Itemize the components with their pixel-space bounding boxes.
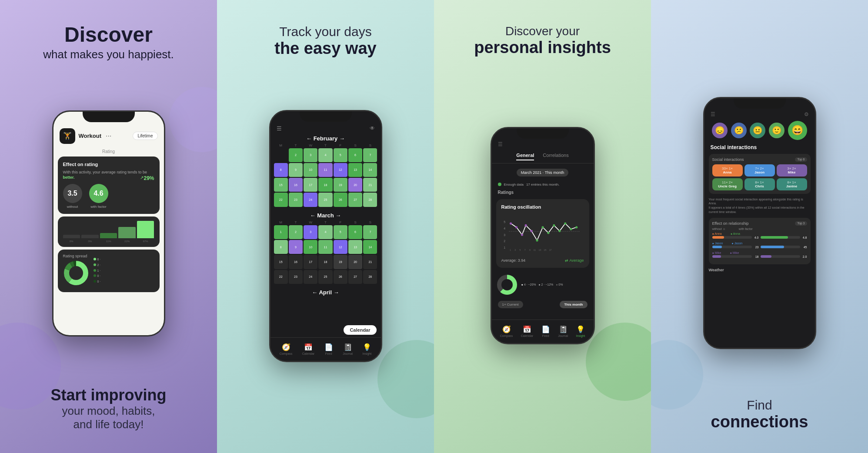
phone-3-back-screen: ☰ General Correlations March 2021 · This… [492, 128, 594, 343]
tab-insight[interactable]: 💡 Insight [363, 343, 372, 355]
panel-1-bottom-p1: your mood, habits, [50, 404, 166, 418]
tab-feed[interactable]: 📄 Feed [324, 343, 333, 355]
emoji-row: 😞 😕 😐 🙂 😄 [704, 118, 815, 143]
svg-text:1: 1 [510, 249, 511, 251]
oscillation-title: Rating oscillation [501, 204, 584, 210]
svg-point-23 [570, 228, 572, 230]
svg-text:5: 5 [504, 220, 505, 223]
cal-march-title: ← March → [270, 211, 381, 220]
emoji-sad[interactable]: 😞 [712, 123, 728, 138]
svg-point-18 [541, 226, 544, 228]
tab-3-feed[interactable]: 📄 Feed [541, 325, 550, 337]
svg-text:3: 3 [514, 249, 516, 251]
tab-3-journal[interactable]: 📓 Journal [558, 325, 568, 337]
tab-3-compass[interactable]: 🧭 Compass [500, 325, 513, 337]
cal-icons: ☰ [277, 125, 282, 132]
avg-btn[interactable]: ⇄ Average [565, 258, 584, 263]
svg-point-14 [521, 233, 523, 236]
stat-without-label: without [63, 205, 82, 209]
bar-label-1: 0% [63, 240, 80, 243]
this-month-chip[interactable]: This month [560, 301, 587, 308]
svg-text:1: 1 [504, 246, 505, 249]
stat-without: 3.5 without [63, 184, 82, 209]
phone-4-notch [734, 98, 786, 109]
journal-icon: 📓 [344, 343, 352, 351]
phone-notch [83, 112, 135, 122]
panel-3-headline: personal insights [474, 38, 611, 57]
ratings-section-title: Ratings [492, 188, 594, 197]
mike-bars: 18 2.0 [712, 255, 807, 258]
tab-general[interactable]: General [516, 153, 534, 160]
emoji-meh[interactable]: 😕 [731, 123, 747, 138]
compass-icon-3: 🧭 [502, 325, 511, 333]
tab-correlations[interactable]: Correlations [543, 153, 568, 160]
bars [63, 221, 154, 238]
svg-text:7: 7 [524, 249, 525, 251]
panel-calendar: Track your days the easy way ☰ 👁 ← Febru… [217, 0, 434, 453]
phone-2-notch [300, 111, 352, 122]
bar-label-3: 11% [100, 240, 117, 243]
dots-menu[interactable]: ··· [106, 132, 111, 140]
svg-point-15 [524, 224, 527, 226]
social-card: Social interactions Top 6 33× 1× Anna 7×… [709, 154, 811, 194]
cal-eye-icon: 👁 [370, 125, 375, 131]
tab-compass-label: Compass [280, 352, 293, 355]
donut-section: Rating spread 6 · 2 · 1 · [58, 250, 160, 292]
panel-2-line1: Track your days [274, 24, 376, 39]
date-chip: March 2021 · This month [517, 169, 568, 177]
rel-anna: ● Anna ● Anna 4.0 4.8 [712, 232, 807, 239]
insights-tabs: General Correlations [492, 150, 594, 163]
svg-point-17 [536, 239, 538, 241]
workout-title: Workout [79, 133, 101, 139]
panel-1-bottom-headline: Start improving [50, 386, 166, 404]
svg-text:17: 17 [549, 249, 551, 251]
tab-compass[interactable]: 🧭 Compass [280, 343, 293, 355]
data-label: Enough data [504, 183, 524, 187]
bar-2 [81, 235, 99, 238]
svg-point-21 [558, 230, 561, 232]
rel-headers: without ☺ with factor [712, 227, 807, 230]
feed-icon-3: 📄 [541, 325, 550, 333]
svg-point-19 [547, 232, 549, 234]
relationship-section: Effect on relationship Top 3 without ☺ w… [709, 218, 811, 264]
tab-3-insight[interactable]: 💡 Insight [576, 325, 585, 337]
calendar-icon-3: 📅 [523, 325, 531, 333]
tab-journal-label: Journal [343, 352, 353, 355]
tab-3-calendar[interactable]: 📅 Calendar [521, 325, 533, 337]
svg-point-24 [575, 226, 578, 228]
phone-2: ☰ 👁 ← February → M T W T F S S [269, 110, 382, 362]
tab-calendar[interactable]: 📅 Calendar [302, 343, 314, 355]
effect-better: better. [63, 175, 75, 180]
stat-with-num: 4.6 [89, 184, 108, 203]
person-uncle-greg: 11× 2× Uncle Greg [712, 178, 743, 190]
oscillation-chart: 5 4 3 2 1 [501, 213, 584, 256]
emoji-very-happy[interactable]: 😄 [788, 121, 807, 140]
effect-card: Effect on rating With this activity, you… [58, 157, 160, 214]
svg-text:11: 11 [533, 249, 536, 251]
tab-insight-label: Insight [363, 352, 372, 355]
phone-2-screen: ☰ 👁 ← February → M T W T F S S [270, 111, 381, 361]
person-anna: 33× 1× Anna [712, 164, 743, 177]
panel-2-line2: the easy way [274, 39, 376, 57]
tab-feed-label: Feed [325, 352, 332, 355]
emoji-happy[interactable]: 🙂 [769, 123, 785, 138]
emoji-neutral[interactable]: 😐 [750, 123, 765, 138]
menu-icon: ☰ [711, 111, 715, 117]
cal-weekdays: M T W T F S S [270, 143, 381, 148]
svg-text:15: 15 [544, 249, 546, 251]
panel-4-line1: Find [711, 398, 808, 413]
weather-label: Weather [704, 266, 815, 274]
social-title: Social interactions [704, 143, 815, 152]
social-screen: ☰ ⚙ 😞 😕 😐 🙂 😄 Social interactions Soci [704, 98, 815, 348]
donut-row-3: ● 4 · ~20% ● 2 · ~12% ● 0% [492, 270, 594, 299]
legend-dot-3 [93, 269, 96, 272]
tab-bar-2: 🧭 Compass 📅 Calendar 📄 Feed 📓 Journal [270, 337, 381, 361]
bar-4 [118, 227, 136, 238]
current-chip[interactable]: 1+ Current [498, 301, 523, 308]
tab-journal[interactable]: 📓 Journal [343, 343, 353, 355]
svg-point-22 [564, 222, 566, 224]
cal-march-grid: 1 2 3 4 5 6 7 8 9 10 11 12 13 14 15 [270, 225, 381, 284]
trend-icon: ↗ [140, 175, 144, 181]
feed-icon: 📄 [324, 343, 333, 351]
cal-feb-header: ☰ 👁 [270, 123, 381, 134]
